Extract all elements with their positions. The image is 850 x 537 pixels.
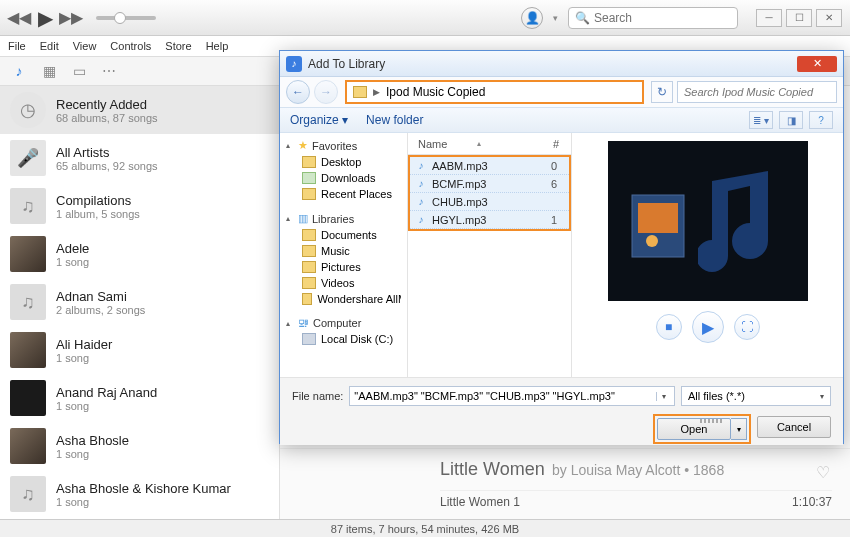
folder-icon xyxy=(302,277,316,289)
movies-view-icon[interactable]: ▦ xyxy=(38,62,60,80)
tree-item[interactable]: Wondershare AllMyTube xyxy=(280,291,407,307)
tree-computer[interactable]: ▴🖳Computer xyxy=(280,315,407,331)
clock-icon: ◷ xyxy=(10,92,46,128)
menu-store[interactable]: Store xyxy=(165,40,191,52)
tree-item[interactable]: Downloads xyxy=(280,170,407,186)
search-input[interactable] xyxy=(594,11,731,25)
prev-track-button[interactable]: ◀◀ xyxy=(8,7,30,29)
nav-forward-button[interactable]: → xyxy=(314,80,338,104)
folder-icon xyxy=(302,293,312,305)
filename-dropdown-icon[interactable]: ▾ xyxy=(656,392,670,401)
file-list[interactable]: Name▴ # ♪AABM.mp30 ♪BCMF.mp36 ♪CHUB.mp3 … xyxy=(408,133,572,377)
folder-icon xyxy=(353,86,367,98)
preview-pane-button[interactable]: ◨ xyxy=(779,111,803,129)
column-name[interactable]: Name xyxy=(418,138,447,150)
tree-item[interactable]: Local Disk (C:) xyxy=(280,331,407,347)
tree-libraries[interactable]: ▴▥Libraries xyxy=(280,210,407,227)
preview-play-button[interactable]: ▶ xyxy=(692,311,724,343)
sidebar-item-sub: 1 album, 5 songs xyxy=(56,208,140,220)
organize-menu[interactable]: Organize ▾ xyxy=(290,113,348,127)
filename-value: "AABM.mp3" "BCMF.mp3" "CHUB.mp3" "HGYL.m… xyxy=(354,390,656,402)
window-close-button[interactable]: ✕ xyxy=(816,9,842,27)
nav-back-button[interactable]: ← xyxy=(286,80,310,104)
desktop-icon xyxy=(302,156,316,168)
dialog-close-button[interactable]: ✕ xyxy=(797,56,837,72)
path-segment[interactable]: Ipod Music Copied xyxy=(386,85,485,99)
file-row[interactable]: ♪BCMF.mp36 xyxy=(410,175,569,193)
sidebar-item-artist[interactable]: Asha Bhosle1 song xyxy=(0,422,279,470)
window-minimize-button[interactable]: ─ xyxy=(756,9,782,27)
dialog-titlebar[interactable]: ♪ Add To Library ✕ xyxy=(280,51,843,77)
menu-controls[interactable]: Controls xyxy=(110,40,151,52)
window-maximize-button[interactable]: ☐ xyxy=(786,9,812,27)
artist-thumb xyxy=(10,236,46,272)
sidebar-item-label: Adele xyxy=(56,241,89,256)
folder-tree[interactable]: ▴★Favorites Desktop Downloads Recent Pla… xyxy=(280,133,408,377)
tree-item[interactable]: Music xyxy=(280,243,407,259)
menu-help[interactable]: Help xyxy=(206,40,229,52)
itunes-search[interactable]: 🔍 xyxy=(568,7,738,29)
sidebar-item-sub: 1 song xyxy=(56,496,231,508)
sidebar-item-artist[interactable]: Anand Raj Anand1 song xyxy=(0,374,279,422)
star-icon: ★ xyxy=(298,139,308,152)
audiobook-row[interactable]: ♡ Little Women by Louisa May Alcott • 18… xyxy=(280,448,850,519)
sidebar-item-recently-added[interactable]: ◷ Recently Added68 albums, 87 songs xyxy=(0,86,279,134)
file-list-header[interactable]: Name▴ # xyxy=(408,133,571,155)
libraries-icon: ▥ xyxy=(298,212,308,225)
favorite-icon[interactable]: ♡ xyxy=(816,463,830,482)
preview-fullscreen-button[interactable]: ⛶ xyxy=(734,314,760,340)
sidebar-item-artist[interactable]: Ali Haider1 song xyxy=(0,326,279,374)
file-row[interactable]: ♪HGYL.mp31 xyxy=(410,211,569,229)
filename-input[interactable]: "AABM.mp3" "BCMF.mp3" "CHUB.mp3" "HGYL.m… xyxy=(349,386,675,406)
filename-label: File name: xyxy=(292,390,343,402)
tv-view-icon[interactable]: ▭ xyxy=(68,62,90,80)
tree-item[interactable]: Desktop xyxy=(280,154,407,170)
sidebar-item-compilations[interactable]: ♫ Compilations1 album, 5 songs xyxy=(0,182,279,230)
dialog-nav: ← → ▶ Ipod Music Copied ↻ xyxy=(280,77,843,107)
address-bar[interactable]: ▶ Ipod Music Copied xyxy=(346,81,643,103)
splitter-handle[interactable] xyxy=(692,415,732,427)
play-button[interactable]: ▶ xyxy=(34,7,56,29)
sidebar-item-sub: 1 song xyxy=(56,352,112,364)
sidebar-item-artist[interactable]: Adele1 song xyxy=(0,230,279,278)
account-button[interactable]: 👤 xyxy=(521,7,543,29)
new-folder-button[interactable]: New folder xyxy=(366,113,423,127)
sidebar-item-artist[interactable]: ♫ Adnan Sami2 albums, 2 songs xyxy=(0,278,279,326)
dialog-search-input[interactable] xyxy=(684,86,830,98)
itunes-player-bar: ◀◀ ▶ ▶▶ 👤 ▾ 🔍 ─ ☐ ✕ xyxy=(0,0,850,36)
status-bar: 87 items, 7 hours, 54 minutes, 426 MB xyxy=(0,519,850,537)
tree-favorites[interactable]: ▴★Favorites xyxy=(280,137,407,154)
chapter-title: Little Women 1 xyxy=(440,495,520,509)
open-dropdown-button[interactable]: ▾ xyxy=(731,418,747,440)
audio-file-icon: ♪ xyxy=(414,159,428,173)
sidebar-item-artist[interactable]: ♫ Asha Bhosle & Kishore Kumar1 song xyxy=(0,470,279,518)
menu-edit[interactable]: Edit xyxy=(40,40,59,52)
chevron-down-icon[interactable]: ▾ xyxy=(553,13,558,23)
menu-file[interactable]: File xyxy=(8,40,26,52)
preview-stop-button[interactable]: ■ xyxy=(656,314,682,340)
column-num[interactable]: # xyxy=(541,138,571,150)
cancel-button[interactable]: Cancel xyxy=(757,416,831,438)
music-view-icon[interactable]: ♪ xyxy=(8,62,30,80)
dialog-search[interactable] xyxy=(677,81,837,103)
tree-item[interactable]: Pictures xyxy=(280,259,407,275)
tree-item[interactable]: Recent Places xyxy=(280,186,407,202)
filetype-select[interactable]: All files (*.*) ▾ xyxy=(681,386,831,406)
tree-item[interactable]: Documents xyxy=(280,227,407,243)
next-track-button[interactable]: ▶▶ xyxy=(60,7,82,29)
folder-icon xyxy=(302,245,316,257)
menu-view[interactable]: View xyxy=(73,40,97,52)
svg-point-2 xyxy=(646,235,658,247)
volume-slider[interactable] xyxy=(96,16,156,20)
file-row[interactable]: ♪CHUB.mp3 xyxy=(410,193,569,211)
sidebar-item-all-artists[interactable]: 🎤 All Artists65 albums, 92 songs xyxy=(0,134,279,182)
tree-item[interactable]: Videos xyxy=(280,275,407,291)
help-button[interactable]: ? xyxy=(809,111,833,129)
file-row[interactable]: ♪AABM.mp30 xyxy=(410,157,569,175)
more-view-icon[interactable]: ⋯ xyxy=(98,62,120,80)
refresh-button[interactable]: ↻ xyxy=(651,81,673,103)
view-mode-button[interactable]: ≣ ▾ xyxy=(749,111,773,129)
chevron-down-icon: ▾ xyxy=(820,392,824,401)
artist-sidebar: ◷ Recently Added68 albums, 87 songs 🎤 Al… xyxy=(0,86,280,519)
sidebar-item-sub: 1 song xyxy=(56,448,129,460)
